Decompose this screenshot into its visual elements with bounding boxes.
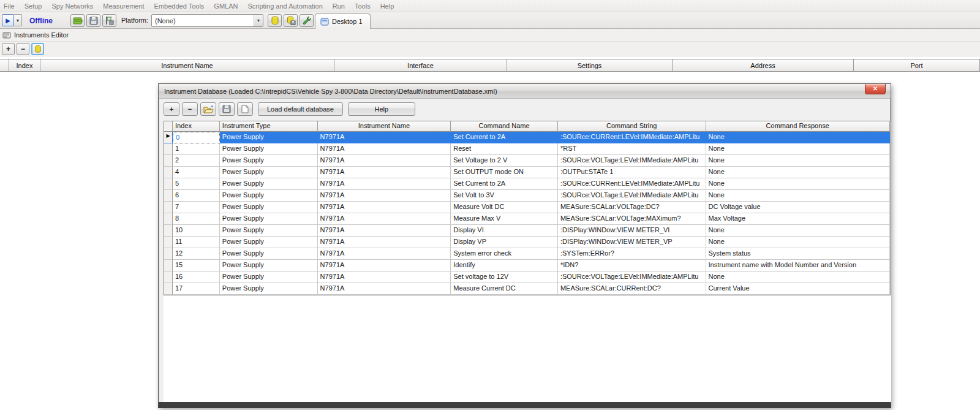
save-setup-button[interactable] (86, 14, 100, 27)
cell[interactable]: N7971A (318, 155, 451, 167)
menu-item-gmlan[interactable]: GMLAN (214, 2, 238, 10)
cell[interactable]: Power Supply (220, 248, 318, 260)
cell[interactable]: :SOURce:CURRent:LEVel:IMMediate:AMPLitu (558, 178, 706, 190)
cell[interactable]: N7971A (318, 132, 451, 143)
cell[interactable]: Set voltage to 12V (451, 271, 558, 283)
column-header-address[interactable]: Address (673, 59, 854, 71)
menu-item-spy-networks[interactable]: Spy Networks (51, 2, 93, 10)
cell[interactable]: Set OUTPUT mode ON (451, 167, 558, 178)
cell[interactable]: Power Supply (220, 155, 318, 167)
cell[interactable]: System error check (451, 248, 558, 260)
cell[interactable]: None (706, 237, 890, 248)
column-header-index[interactable]: Index (9, 59, 40, 71)
cell[interactable]: Display VP (451, 237, 558, 248)
cell[interactable]: :OUTPut:STATe 1 (558, 167, 706, 178)
menu-item-scripting-and-automation[interactable]: Scripting and Automation (247, 2, 322, 10)
cell[interactable]: N7971A (318, 248, 451, 260)
cell[interactable]: :SOURce:VOLTage:LEVel:IMMediate:AMPLitu (558, 155, 706, 167)
cell[interactable]: Measure Volt DC (451, 202, 558, 213)
column-header-command-name[interactable]: Command Name (451, 121, 558, 132)
cell[interactable]: 8 (173, 213, 220, 225)
cell[interactable]: Current Value (706, 283, 890, 295)
cell[interactable]: N7971A (318, 178, 451, 190)
cell[interactable]: None (706, 178, 890, 190)
cell[interactable]: DC Voltage value (706, 202, 890, 213)
menu-item-file[interactable]: File (4, 2, 15, 10)
menu-item-measurement[interactable]: Measurement (103, 2, 144, 10)
cell[interactable]: N7971A (318, 167, 451, 178)
cell[interactable]: Identify (451, 260, 558, 271)
remove-command-button[interactable]: − (182, 102, 198, 116)
column-header-interface[interactable]: Interface (334, 59, 507, 71)
table-row[interactable]: ▶0Power SupplyN7971ASet Current to 2A:SO… (164, 132, 890, 143)
cell[interactable]: 2 (173, 155, 220, 167)
table-row[interactable]: 8Power SupplyN7971AMeasure Max VMEASure:… (164, 213, 890, 225)
cell[interactable]: N7971A (318, 213, 451, 225)
cell[interactable]: None (706, 225, 890, 237)
remove-instrument-button[interactable]: − (17, 43, 29, 55)
load-default-database-button[interactable]: Load default database (258, 102, 343, 116)
cell[interactable]: None (706, 155, 890, 167)
cell[interactable]: Set Current to 2A (451, 178, 558, 190)
column-header-index[interactable]: Index (173, 121, 220, 132)
cell[interactable]: Power Supply (220, 260, 318, 271)
cell[interactable]: Measure Current DC (451, 283, 558, 295)
column-header-command-string[interactable]: Command String (558, 121, 706, 132)
cell[interactable]: N7971A (318, 283, 451, 295)
load-setup-button[interactable] (70, 14, 85, 27)
cell[interactable]: Max Voltage (706, 213, 890, 225)
table-row[interactable]: 5Power SupplyN7971ASet Current to 2A:SOU… (164, 178, 890, 190)
platform-dropdown[interactable]: (None) ▼ (151, 14, 263, 27)
open-database-button[interactable] (200, 102, 216, 116)
cell[interactable]: Power Supply (220, 167, 318, 178)
cell[interactable]: N7971A (318, 260, 451, 271)
add-instrument-button[interactable]: + (2, 43, 15, 55)
tab-desktop-1[interactable]: Desktop 1 (315, 13, 371, 29)
cell[interactable]: Set Current to 2A (451, 132, 558, 143)
cell[interactable]: 12 (173, 248, 220, 260)
cell[interactable]: None (706, 271, 890, 283)
cell[interactable]: Power Supply (220, 132, 318, 143)
run-dropdown-button[interactable]: ▼ (14, 14, 22, 26)
cell[interactable]: Display VI (451, 225, 558, 237)
cell[interactable]: 5 (173, 178, 220, 190)
cell[interactable]: 7 (173, 202, 220, 213)
cell[interactable]: N7971A (318, 237, 451, 248)
cell[interactable]: N7971A (318, 271, 451, 283)
cell[interactable]: Power Supply (220, 271, 318, 283)
cell[interactable]: Power Supply (220, 213, 318, 225)
close-button[interactable]: ✕ (865, 84, 886, 94)
cell[interactable]: :DISPlay:WINDow:VIEW METER_VI (558, 225, 706, 237)
table-row[interactable]: 7Power SupplyN7971AMeasure Volt DCMEASur… (164, 202, 890, 213)
menu-item-setup[interactable]: Setup (24, 2, 42, 10)
cell[interactable]: 6 (173, 190, 220, 202)
cell[interactable]: 16 (173, 271, 220, 283)
cell[interactable]: MEASure:SCALar:VOLTage:MAXimum? (558, 213, 706, 225)
cell[interactable]: :SOURce:VOLTage:LEVel:IMMediate:AMPLitu (558, 190, 706, 202)
cell[interactable]: N7971A (318, 225, 451, 237)
cell[interactable]: MEASure:SCALar:VOLTage:DC? (558, 202, 706, 213)
menu-item-tools[interactable]: Tools (355, 2, 371, 10)
column-header-port[interactable]: Port (854, 59, 980, 71)
menu-item-embedded-tools[interactable]: Embedded Tools (154, 2, 205, 10)
cell[interactable]: :SOURce:CURRent:LEVel:IMMediate:AMPLitu (558, 132, 706, 143)
table-row[interactable]: 6Power SupplyN7971ASet Volt to 3V:SOURce… (164, 190, 890, 202)
cell[interactable]: N7971A (318, 190, 451, 202)
column-header-settings[interactable]: Settings (507, 59, 673, 71)
instrument-database-button[interactable] (31, 43, 44, 55)
menu-item-run[interactable]: Run (333, 2, 345, 10)
cell[interactable]: *IDN? (558, 260, 706, 271)
cell[interactable]: Instrument name with Model Number and Ve… (706, 260, 890, 271)
tools-button[interactable] (300, 14, 314, 27)
cell[interactable]: Power Supply (220, 225, 318, 237)
table-row[interactable]: 17Power SupplyN7971AMeasure Current DCME… (164, 283, 890, 295)
cell[interactable]: 4 (173, 167, 220, 178)
database-button[interactable] (268, 14, 282, 27)
run-button[interactable]: ▶ (2, 14, 14, 26)
cell[interactable]: Power Supply (220, 202, 318, 213)
cell[interactable]: :SOURce:VOLTage:LEVel:IMMediate:AMPLitu (558, 271, 706, 283)
table-row[interactable]: 16Power SupplyN7971ASet voltage to 12V:S… (164, 271, 890, 283)
menu-item-help[interactable]: Help (380, 2, 394, 10)
column-header-instrument-name[interactable]: Instrument Name (40, 59, 334, 71)
cell[interactable]: N7971A (318, 143, 451, 155)
